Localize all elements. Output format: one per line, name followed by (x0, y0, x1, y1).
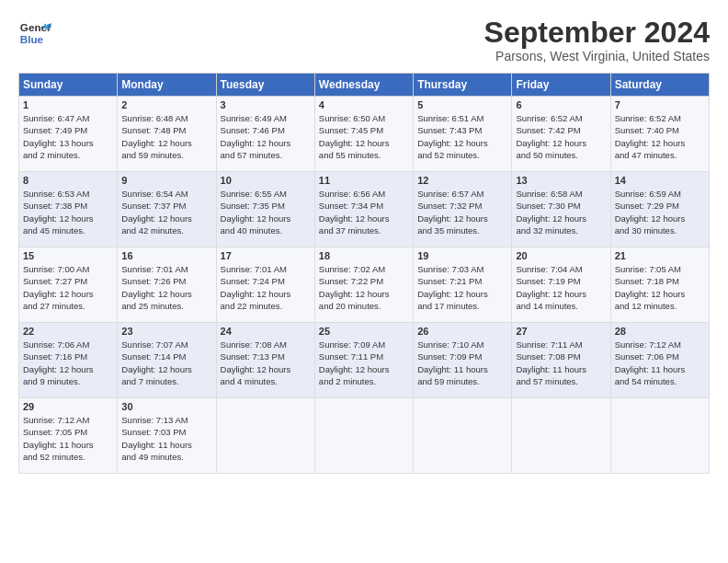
cell-text: Sunrise: 6:47 AMSunset: 7:49 PMDaylight:… (23, 112, 113, 161)
calendar-cell: 30Sunrise: 7:13 AMSunset: 7:03 PMDayligh… (118, 398, 216, 474)
cell-text: Sunrise: 7:06 AMSunset: 7:16 PMDaylight:… (23, 339, 113, 387)
weekday-header-saturday: Saturday (610, 74, 709, 97)
cell-line: and 2 minutes. (23, 149, 113, 161)
calendar-cell: 2Sunrise: 6:48 AMSunset: 7:48 PMDaylight… (118, 97, 216, 172)
cell-line: Sunrise: 7:08 AM (221, 339, 311, 350)
cell-line: Sunset: 7:49 PM (23, 124, 113, 136)
day-number: 14 (615, 175, 705, 186)
cell-text: Sunrise: 6:52 AMSunset: 7:40 PMDaylight:… (615, 112, 705, 161)
cell-line: Daylight: 12 hours (319, 288, 409, 300)
cell-line: Sunset: 7:03 PM (121, 426, 211, 438)
cell-line: Sunset: 7:11 PM (319, 350, 409, 362)
cell-line: and 25 minutes. (121, 300, 211, 312)
day-number: 24 (221, 326, 311, 337)
cell-line: Sunset: 7:37 PM (121, 200, 211, 212)
day-number: 22 (23, 326, 113, 337)
cell-line: Daylight: 12 hours (615, 288, 705, 300)
cell-text: Sunrise: 6:48 AMSunset: 7:48 PMDaylight:… (121, 112, 211, 161)
cell-line: Daylight: 12 hours (516, 288, 606, 300)
cell-text: Sunrise: 7:13 AMSunset: 7:03 PMDaylight:… (121, 414, 211, 463)
calendar-cell: 19Sunrise: 7:03 AMSunset: 7:21 PMDayligh… (414, 247, 512, 323)
cell-line: and 57 minutes. (221, 149, 311, 161)
cell-line: Sunset: 7:22 PM (319, 275, 409, 287)
day-number: 21 (615, 250, 705, 261)
cell-line: Sunrise: 7:07 AM (121, 339, 211, 350)
day-number: 27 (516, 326, 606, 337)
cell-line: Daylight: 11 hours (23, 439, 113, 451)
cell-line: Sunset: 7:35 PM (221, 200, 311, 212)
cell-line: Sunrise: 7:01 AM (221, 263, 311, 275)
calendar-cell: 17Sunrise: 7:01 AMSunset: 7:24 PMDayligh… (216, 247, 314, 323)
cell-line: Daylight: 12 hours (221, 363, 311, 375)
cell-text: Sunrise: 6:49 AMSunset: 7:46 PMDaylight:… (221, 112, 311, 161)
cell-line: Daylight: 12 hours (221, 288, 311, 300)
cell-text: Sunrise: 7:07 AMSunset: 7:14 PMDaylight:… (121, 339, 211, 387)
day-number: 1 (23, 99, 113, 110)
calendar-cell (314, 398, 413, 474)
cell-text: Sunrise: 6:55 AMSunset: 7:35 PMDaylight:… (221, 188, 311, 236)
day-number: 10 (221, 175, 311, 186)
cell-line: Daylight: 12 hours (319, 213, 409, 224)
calendar-cell (216, 398, 314, 474)
calendar-table: SundayMondayTuesdayWednesdayThursdayFrid… (18, 73, 710, 474)
cell-line: Sunrise: 6:56 AM (319, 188, 409, 200)
cell-line: Sunset: 7:18 PM (615, 275, 705, 287)
calendar-cell: 4Sunrise: 6:50 AMSunset: 7:45 PMDaylight… (314, 97, 413, 172)
day-number: 15 (23, 250, 113, 261)
cell-line: Daylight: 12 hours (319, 363, 409, 375)
calendar-cell: 28Sunrise: 7:12 AMSunset: 7:06 PMDayligh… (610, 323, 709, 398)
day-number: 19 (417, 250, 507, 261)
cell-line: and 59 minutes. (417, 375, 507, 387)
week-row-5: 29Sunrise: 7:12 AMSunset: 7:05 PMDayligh… (19, 398, 710, 474)
cell-text: Sunrise: 6:51 AMSunset: 7:43 PMDaylight:… (417, 112, 507, 161)
weekday-header-monday: Monday (118, 74, 216, 97)
cell-line: and 52 minutes. (417, 149, 507, 161)
cell-line: Sunset: 7:43 PM (417, 124, 507, 136)
cell-line: Daylight: 11 hours (417, 363, 507, 375)
cell-line: Daylight: 12 hours (516, 213, 606, 224)
cell-line: and 52 minutes. (23, 451, 113, 463)
calendar-cell: 16Sunrise: 7:01 AMSunset: 7:26 PMDayligh… (118, 247, 216, 323)
week-row-1: 1Sunrise: 6:47 AMSunset: 7:49 PMDaylight… (19, 97, 710, 172)
logo-icon: General Blue (18, 17, 51, 50)
cell-line: and 40 minutes. (221, 224, 311, 236)
cell-line: and 27 minutes. (23, 300, 113, 312)
calendar-cell: 8Sunrise: 6:53 AMSunset: 7:38 PMDaylight… (19, 172, 118, 247)
cell-line: Daylight: 11 hours (615, 363, 705, 375)
week-row-4: 22Sunrise: 7:06 AMSunset: 7:16 PMDayligh… (19, 323, 710, 398)
cell-line: Sunrise: 7:11 AM (516, 339, 606, 350)
calendar-cell: 25Sunrise: 7:09 AMSunset: 7:11 PMDayligh… (314, 323, 413, 398)
calendar-cell: 21Sunrise: 7:05 AMSunset: 7:18 PMDayligh… (610, 247, 709, 323)
cell-line: Sunset: 7:13 PM (221, 350, 311, 362)
cell-line: Daylight: 12 hours (615, 213, 705, 224)
calendar-cell: 13Sunrise: 6:58 AMSunset: 7:30 PMDayligh… (512, 172, 610, 247)
cell-line: Sunrise: 6:48 AM (121, 112, 211, 124)
cell-line: Sunset: 7:09 PM (417, 350, 507, 362)
calendar-cell: 15Sunrise: 7:00 AMSunset: 7:27 PMDayligh… (19, 247, 118, 323)
cell-line: and 45 minutes. (23, 224, 113, 236)
calendar-cell: 22Sunrise: 7:06 AMSunset: 7:16 PMDayligh… (19, 323, 118, 398)
cell-line: and 2 minutes. (319, 375, 409, 387)
calendar-cell: 14Sunrise: 6:59 AMSunset: 7:29 PMDayligh… (610, 172, 709, 247)
cell-line: and 20 minutes. (319, 300, 409, 312)
cell-line: Sunrise: 6:54 AM (121, 188, 211, 200)
cell-line: Daylight: 11 hours (121, 439, 211, 451)
cell-line: Daylight: 12 hours (516, 137, 606, 149)
cell-text: Sunrise: 6:50 AMSunset: 7:45 PMDaylight:… (319, 112, 409, 161)
cell-line: Sunrise: 6:51 AM (417, 112, 507, 124)
calendar-cell: 7Sunrise: 6:52 AMSunset: 7:40 PMDaylight… (610, 97, 709, 172)
logo: General Blue (18, 17, 51, 50)
cell-text: Sunrise: 7:08 AMSunset: 7:13 PMDaylight:… (221, 339, 311, 387)
cell-line: Daylight: 11 hours (516, 363, 606, 375)
cell-line: Sunrise: 6:52 AM (516, 112, 606, 124)
calendar-cell: 12Sunrise: 6:57 AMSunset: 7:32 PMDayligh… (414, 172, 512, 247)
cell-text: Sunrise: 6:52 AMSunset: 7:42 PMDaylight:… (516, 112, 606, 161)
cell-line: Sunset: 7:48 PM (121, 124, 211, 136)
calendar-cell: 3Sunrise: 6:49 AMSunset: 7:46 PMDaylight… (216, 97, 314, 172)
cell-line: Sunset: 7:40 PM (615, 124, 705, 136)
cell-text: Sunrise: 6:59 AMSunset: 7:29 PMDaylight:… (615, 188, 705, 236)
day-number: 6 (516, 99, 606, 110)
cell-line: and 32 minutes. (516, 224, 606, 236)
day-number: 12 (417, 175, 507, 186)
cell-text: Sunrise: 6:56 AMSunset: 7:34 PMDaylight:… (319, 188, 409, 236)
